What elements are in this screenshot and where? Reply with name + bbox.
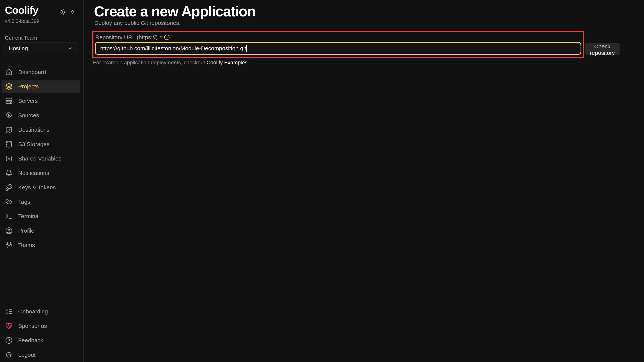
sidebar-item-destinations[interactable]: Destinations [2,124,80,136]
repository-url-value: https://github.com/illicitestonion/Modul… [100,45,246,52]
coolify-examples-link[interactable]: Coolify Examples [206,60,247,65]
repository-url-label-row: Repository URL (https://) * [95,34,170,41]
sidebar-item-onboarding[interactable]: Onboarding [2,305,80,318]
sidebar-item-dashboard[interactable]: Dashboard [2,66,80,78]
team-select-value: Hosting [9,45,68,52]
helper-text: For example application deployments, che… [93,60,249,66]
sidebar-item-label: Servers [18,98,38,104]
theme-controls [60,9,75,16]
sidebar-item-terminal[interactable]: Terminal [2,210,80,222]
sidebar-item-label: Destinations [18,126,50,133]
database-icon [5,141,12,148]
sidebar-footer-nav: Onboarding Sponsor us Feedback Logout [0,305,83,361]
sidebar-item-label: Sources [18,112,39,119]
repository-url-form: Repository URL (https://) * https://gith… [92,31,584,58]
home-icon [5,69,12,76]
sidebar-item-teams[interactable]: Teams [2,239,80,251]
terminal-icon [5,213,12,220]
sidebar-item-label: Projects [18,83,39,90]
user-circle-icon [5,227,12,234]
users-icon [5,242,12,249]
sidebar-item-tags[interactable]: Tags [2,196,80,208]
sidebar-item-label: Terminal [18,213,40,220]
sidebar-item-logout[interactable]: Logout [2,349,80,361]
sidebar-item-sources[interactable]: Sources [2,109,80,121]
sidebar-item-profile[interactable]: Profile [2,225,80,237]
sidebar-item-keys-tokens[interactable]: Keys & Tokens [2,182,80,194]
git-icon [5,112,12,119]
info-icon[interactable] [164,35,170,40]
map-icon [5,126,12,133]
required-asterisk: * [160,34,162,41]
server-icon [5,97,12,105]
repository-url-label: Repository URL (https://) [95,34,158,41]
sidebar-item-label: Onboarding [18,308,48,315]
sidebar-item-feedback[interactable]: Feedback [2,334,80,346]
logout-icon [5,351,12,358]
sidebar-item-sponsor-us[interactable]: Sponsor us [2,320,80,332]
sidebar-item-label: Logout [18,351,36,358]
coolify-app: Coolify v4.0.0-beta.399 Current Team Hos… [0,0,644,362]
help-circle-icon [5,337,12,344]
current-team-label: Current Team [5,35,37,41]
check-repository-button[interactable]: Check repository [585,43,620,55]
sidebar-item-label: Shared Variables [18,155,61,162]
main-content: Create a new Application Deploy any publ… [84,0,644,362]
sidebar-nav: Dashboard Projects Servers Sources Desti… [0,66,83,251]
checklist-icon [5,308,12,315]
sidebar-item-shared-variables[interactable]: Shared Variables [2,152,80,165]
variables-icon [5,155,12,162]
sidebar-item-label: Dashboard [18,69,46,75]
helper-suffix: . [248,60,249,65]
sidebar-item-notifications[interactable]: Notifications [2,167,80,179]
heart-handshake-icon [5,322,12,329]
helper-prefix: For example application deployments, che… [93,60,206,65]
sidebar-item-servers[interactable]: Servers [2,95,80,107]
sidebar: Coolify v4.0.0-beta.399 Current Team Hos… [0,0,84,362]
team-select[interactable]: Hosting [4,43,77,54]
text-caret [246,45,247,52]
app-logo: Coolify [5,4,38,16]
sidebar-item-s3-storages[interactable]: S3 Storages [2,138,80,150]
key-icon [5,184,12,191]
repository-url-input[interactable]: https://github.com/illicitestonion/Modul… [95,42,581,55]
sidebar-item-label: Notifications [18,170,49,176]
app-version: v4.0.0-beta.399 [5,18,39,24]
chevron-down-icon [68,46,73,51]
sidebar-item-label: Teams [18,242,35,248]
sidebar-item-label: Sponsor us [18,323,47,329]
sidebar-item-projects[interactable]: Projects [2,80,80,93]
sidebar-item-label: Profile [18,228,34,234]
sidebar-item-label: S3 Storages [18,141,50,147]
tags-icon [5,198,12,206]
bell-icon [5,169,12,177]
page-subtitle: Deploy any public Git repositories. [94,20,180,26]
sidebar-item-label: Tags [18,199,30,205]
theme-sun-icon[interactable] [60,9,67,16]
chevrons-up-down-icon[interactable] [70,10,75,15]
sidebar-item-label: Keys & Tokens [18,184,56,191]
sidebar-item-label: Feedback [18,337,43,343]
page-title: Create a new Application [94,3,256,20]
layers-icon [5,83,12,90]
